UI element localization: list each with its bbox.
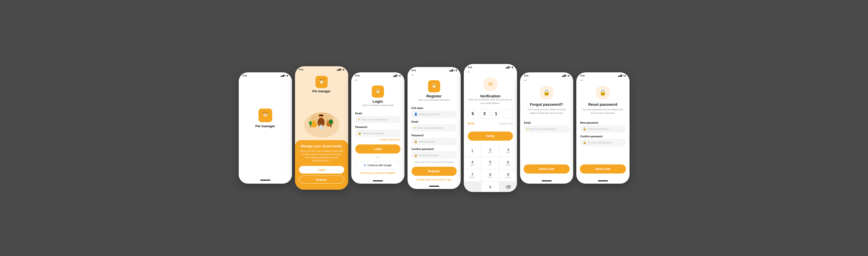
numpad-key-4[interactable]: 4 GHI — [464, 157, 481, 169]
numpad-key-1[interactable]: 1 — [464, 145, 481, 156]
numpad-sublabel-5: JKL — [488, 164, 492, 166]
new-password-input[interactable]: 🔒 Enter new password ⌄ — [580, 125, 625, 133]
signup-link: Don't have an account? Register — [355, 172, 400, 174]
numpad-key-2[interactable]: 2 ABC — [482, 145, 499, 156]
numpad-digit-0: 0 — [489, 185, 491, 189]
google-login-button[interactable]: G Continue with Google — [355, 161, 400, 169]
numpad-backspace-key[interactable]: ⌫ — [499, 182, 517, 192]
onboarding-app-title: Pet manager — [312, 89, 331, 93]
fullname-input[interactable]: 👤 Enter your full name — [411, 111, 457, 118]
time-1: 9:41 — [243, 74, 247, 77]
new-pass-lock-icon: 🔒 — [583, 127, 586, 131]
login-back-button[interactable]: ← — [351, 78, 404, 82]
home-indicator-3 — [373, 180, 383, 181]
screen-verification: 9:41 ▾ ▮ ← ✉ Verification Enter the veri… — [464, 64, 517, 192]
signal-icon-4 — [450, 69, 453, 72]
forgot-send-button[interactable]: Send code — [524, 164, 570, 174]
login-content: Login Login to continue using the app Em… — [351, 85, 404, 180]
verify-button[interactable]: Verify — [468, 132, 513, 141]
signup-action[interactable]: Register — [386, 172, 395, 174]
wifi-icon-4: ▾ — [454, 69, 455, 72]
forgot-password-link[interactable]: Forgot Password? — [355, 138, 400, 141]
screen-splash: 9:41 ▾ ▮ — [239, 72, 292, 184]
resend-code-link[interactable]: Resend code — [499, 122, 513, 125]
numpad-key-0[interactable]: 0 — [482, 182, 499, 192]
svg-point-29 — [378, 90, 379, 91]
signal-icon-2 — [337, 68, 341, 71]
login-logo-box — [372, 85, 384, 98]
onboarding-description: We're your all-in-one solution to keep t… — [299, 149, 344, 162]
forgot-back-button[interactable]: ← — [520, 78, 573, 82]
forgot-lock-icon-circle: 🔒 — [539, 85, 554, 100]
numpad-key-6[interactable]: 6 MNO — [499, 157, 517, 169]
or-divider: OR — [355, 156, 400, 158]
register-password-input[interactable]: 🔒 Enter password ⌄ — [411, 138, 457, 145]
status-icons-1: ▾ ▮ — [281, 74, 288, 77]
reset-send-button[interactable]: Send code — [580, 164, 626, 174]
email-icon: ✉ — [358, 118, 360, 121]
numpad-key-5[interactable]: 5 JKL — [482, 157, 499, 169]
forgot-password-text: Forgot Password? — [380, 138, 400, 141]
forgot-email-input[interactable]: ✉ Enter your email address — [524, 125, 569, 133]
numpad-sublabel-3: DEF — [506, 152, 510, 153]
eye-icon[interactable]: ⌄ — [396, 132, 398, 135]
svg-point-35 — [433, 86, 435, 87]
onboarding-logo — [315, 76, 328, 88]
code-box-2[interactable]: 3 — [480, 109, 489, 119]
splash-screen-content: Pet manager — [239, 78, 292, 179]
register-button[interactable]: Register — [411, 167, 457, 176]
status-icons-3: ▾ ▮ — [393, 74, 400, 77]
reset-confirm-eye-icon[interactable]: ⌄ — [621, 141, 623, 144]
status-icons-5: ▾ ▮ — [505, 66, 513, 69]
google-icon: G — [364, 164, 366, 167]
forgot-content: 🔒 Forgot password? Don't worry! It occur… — [520, 85, 573, 180]
time-5: 9:41 — [468, 66, 472, 69]
reset-back-button[interactable]: ← — [576, 78, 629, 82]
code-box-3[interactable]: 1 — [491, 109, 501, 119]
numpad-digit-3: 3 — [507, 148, 509, 152]
numpad-digit-9: 9 — [507, 173, 509, 177]
user-icon: 👤 — [414, 113, 417, 116]
password-input[interactable]: 🔒 Enter your password ⌄ — [355, 130, 400, 137]
battery-icon-2: ▮ — [343, 69, 344, 71]
password-label: Password — [355, 126, 400, 129]
register-eye-icon[interactable]: ⌄ — [452, 140, 454, 143]
new-pass-eye-icon[interactable]: ⌄ — [621, 127, 623, 130]
pets-illustration — [301, 100, 342, 138]
confirm-eye-icon[interactable]: ⌄ — [452, 154, 454, 156]
register-back-button[interactable]: ← — [407, 73, 461, 77]
numpad-key-8[interactable]: 8 TUV — [482, 170, 499, 181]
reset-lock-icon: 🔒 — [599, 89, 606, 96]
reset-content: 🔒 Reset password Your new password must … — [576, 85, 629, 180]
register-email-input[interactable]: ✉ Enter your email address — [411, 124, 457, 132]
code-box-1[interactable]: 5 — [468, 109, 478, 119]
reset-confirm-input[interactable]: 🔒 Re-enter new password ⌄ — [580, 139, 625, 146]
numpad-key-7[interactable]: 7 PQRS — [464, 170, 481, 181]
onboarding-login-button[interactable]: Login — [299, 166, 344, 174]
confirm-lock-icon: 🔒 — [414, 153, 417, 157]
numpad-digit-8: 8 — [489, 173, 491, 177]
verification-back-button[interactable]: ← — [464, 70, 517, 74]
login-button[interactable]: Login — [355, 144, 400, 153]
reset-lock-icon-circle: 🔒 — [596, 85, 610, 100]
svg-point-10 — [320, 81, 321, 81]
email-input[interactable]: ✉ Enter your email address — [355, 116, 400, 123]
home-indicator-4 — [429, 186, 439, 187]
login-action[interactable]: Login — [445, 178, 452, 181]
wifi-icon-6: ▾ — [566, 75, 567, 77]
register-pet-logo-icon — [430, 82, 438, 90]
status-bar-7: 9:41 ▾ ▮ — [576, 72, 629, 78]
onboarding-register-button[interactable]: Register — [299, 176, 344, 184]
numpad-key-3[interactable]: 3 DEF — [499, 145, 517, 156]
forgot-title: Forgot password? — [524, 102, 569, 107]
password-placeholder: Enter your password — [363, 132, 394, 135]
wifi-icon-2: ▾ — [341, 69, 342, 71]
reset-subtitle: Your new password must be unique from yo… — [580, 108, 625, 115]
screens-container: 9:41 ▾ ▮ — [239, 64, 629, 192]
screen-forgot-password: 9:41 ▾ ▮ ← 🔒 Forgot password? Don't worr… — [520, 72, 573, 184]
code-box-4[interactable] — [503, 109, 513, 119]
numpad-digit-4: 4 — [471, 160, 473, 164]
verification-subtitle: Enter the verification code. We just sen… — [468, 98, 513, 105]
numpad-key-9[interactable]: 9 WXYZ — [499, 170, 517, 181]
confirm-password-input[interactable]: 🔒 Re-enter password ⌄ — [411, 151, 457, 159]
